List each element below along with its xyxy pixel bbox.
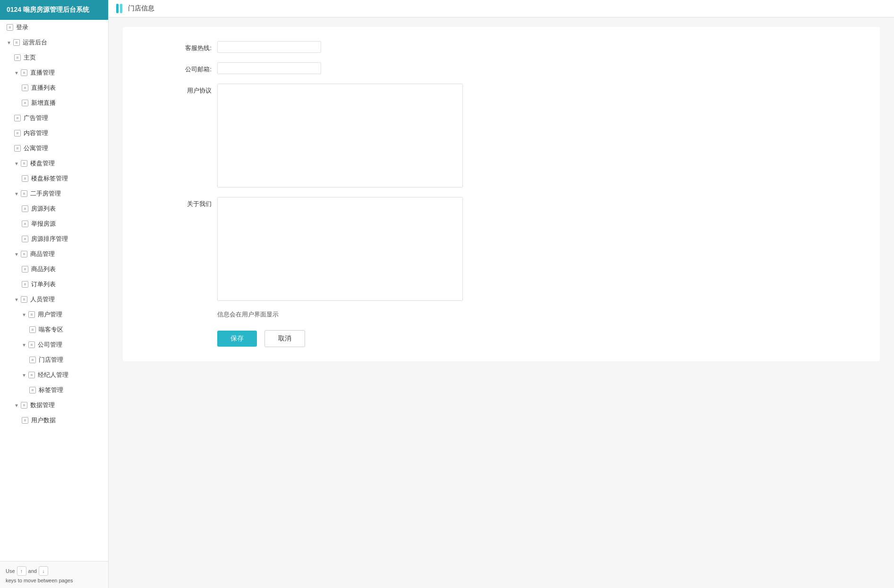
nav-icon: ≡	[14, 115, 21, 121]
sidebar-item-label: 用户数据	[31, 416, 56, 425]
arrow-icon: ▼	[14, 70, 19, 76]
arrow-icon: ▼	[14, 191, 19, 196]
nav-icon: ≡	[21, 190, 27, 197]
nav-icon: ≡	[28, 372, 35, 378]
nav-icon: ≡	[22, 175, 28, 182]
sidebar-item-store-mgmt[interactable]: ≡ 门店管理	[0, 352, 108, 367]
user-agreement-textarea[interactable]	[217, 84, 463, 187]
sidebar-item-label: 数据管理	[30, 401, 55, 409]
key-up-icon: ↑	[17, 566, 26, 576]
nav-icon: ≡	[14, 145, 21, 152]
sidebar-item-second-hand-mgmt[interactable]: ▼ ≡ 二手房管理	[0, 186, 108, 201]
sidebar-item-room-list[interactable]: ≡ 房源列表	[0, 201, 108, 216]
sidebar-item-home[interactable]: ≡ 主页	[0, 50, 108, 65]
sidebar-item-label: 订单列表	[31, 280, 56, 289]
footer-hint-and: and	[28, 568, 37, 574]
nav-icon: ≡	[22, 281, 28, 288]
sidebar-item-company-mgmt[interactable]: ▼ ≡ 公司管理	[0, 337, 108, 352]
nav-icon: ≡	[21, 160, 27, 167]
about-us-label: 关于我们	[161, 197, 217, 208]
sidebar-item-login[interactable]: ≡ 登录	[0, 20, 108, 35]
nav-icon: ≡	[22, 205, 28, 212]
sidebar-item-ngjia-zone[interactable]: ≡ 嗡客专区	[0, 322, 108, 337]
button-row: 保存 取消	[161, 330, 861, 347]
nav-icon: ≡	[13, 39, 20, 46]
nav-icon: ≡	[21, 251, 27, 257]
customer-hotline-label: 客服热线:	[161, 41, 217, 52]
about-us-textarea[interactable]	[217, 197, 463, 301]
sidebar-item-label: 新增直播	[31, 99, 56, 107]
arrow-icon: ▼	[14, 297, 19, 302]
nav-icon: ≡	[29, 357, 36, 363]
sidebar-item-user-mgmt[interactable]: ▼ ≡ 用户管理	[0, 307, 108, 322]
sidebar-item-add-live[interactable]: ≡ 新增直播	[0, 95, 108, 111]
sidebar-item-label: 公寓管理	[24, 144, 48, 153]
user-agreement-row: 用户协议	[161, 84, 861, 187]
sidebar-item-label: 登录	[16, 23, 28, 32]
company-email-row: 公司邮箱:	[161, 62, 861, 74]
main-area: 门店信息 客服热线: 公司邮箱: 用户协议 关于我们	[109, 0, 894, 588]
sidebar-item-ops-backend[interactable]: ▼ ≡ 运营后台	[0, 35, 108, 50]
sidebar-item-label: 二手房管理	[30, 189, 61, 198]
sidebar-item-live-mgmt[interactable]: ▼ ≡ 直播管理	[0, 65, 108, 80]
sidebar-item-label: 房源列表	[31, 205, 56, 213]
breadcrumb: 门店信息	[128, 4, 154, 13]
nav-icon: ≡	[21, 69, 27, 76]
sidebar-item-user-data[interactable]: ≡ 用户数据	[0, 413, 108, 428]
sidebar-item-room-sort-mgmt[interactable]: ≡ 房源排序管理	[0, 231, 108, 247]
sidebar-item-label: 直播列表	[31, 84, 56, 92]
arrow-icon: ▼	[14, 403, 19, 408]
sidebar-item-label: 经纪人管理	[38, 371, 68, 379]
app-title: 0124 嗡房房源管理后台系统	[0, 0, 108, 20]
info-hint: 信息会在用户界面显示	[161, 310, 861, 319]
sidebar-item-order-list[interactable]: ≡ 订单列表	[0, 277, 108, 292]
main-content: 客服热线: 公司邮箱: 用户协议 关于我们 信息会在用户界面显示	[109, 17, 894, 588]
nav-icon: ≡	[21, 296, 27, 303]
nav-icon: ≡	[22, 221, 28, 227]
cancel-button[interactable]: 取消	[264, 330, 305, 347]
sidebar-item-apartment-mgmt[interactable]: ≡ 公寓管理	[0, 141, 108, 156]
sidebar-item-label: 直播管理	[30, 68, 55, 77]
main-header: 门店信息	[109, 0, 894, 17]
arrow-icon: ▼	[22, 342, 26, 348]
sidebar-item-label: 公司管理	[38, 341, 62, 349]
footer-hint-keys: keys to move between pages	[6, 578, 73, 583]
sidebar-item-staff-mgmt[interactable]: ▼ ≡ 人员管理	[0, 292, 108, 307]
nav-icon: ≡	[7, 24, 13, 31]
nav-icon: ≡	[22, 236, 28, 242]
user-agreement-label: 用户协议	[161, 84, 217, 95]
save-button[interactable]: 保存	[217, 331, 257, 347]
sidebar-item-label: 举报房源	[31, 220, 56, 228]
nav-icon: ≡	[22, 266, 28, 273]
sidebar-item-building-tag-mgmt[interactable]: ≡ 楼盘标签管理	[0, 171, 108, 186]
sidebar-item-product-mgmt[interactable]: ▼ ≡ 商品管理	[0, 247, 108, 262]
sidebar-item-label: 广告管理	[24, 114, 48, 122]
sidebar-item-product-list[interactable]: ≡ 商品列表	[0, 262, 108, 277]
sidebar-item-label: 人员管理	[30, 295, 55, 304]
logo-bar-2	[120, 4, 122, 13]
company-email-label: 公司邮箱:	[161, 62, 217, 74]
arrow-icon: ▼	[22, 373, 26, 378]
sidebar-item-tag-mgmt[interactable]: ≡ 标签管理	[0, 383, 108, 398]
customer-hotline-input[interactable]	[217, 41, 321, 53]
sidebar-item-live-list[interactable]: ≡ 直播列表	[0, 80, 108, 95]
sidebar-item-ad-mgmt[interactable]: ≡ 广告管理	[0, 111, 108, 126]
key-down-icon: ↓	[39, 566, 48, 576]
form-section: 客服热线: 公司邮箱: 用户协议 关于我们 信息会在用户界面显示	[123, 27, 880, 361]
sidebar-item-label: 商品管理	[30, 250, 55, 258]
sidebar-item-building-mgmt[interactable]: ▼ ≡ 楼盘管理	[0, 156, 108, 171]
sidebar-item-label: 运营后台	[23, 38, 47, 47]
sidebar-item-data-mgmt[interactable]: ▼ ≡ 数据管理	[0, 398, 108, 413]
sidebar-item-agent-mgmt[interactable]: ▼ ≡ 经纪人管理	[0, 367, 108, 383]
about-us-row: 关于我们	[161, 197, 861, 301]
sidebar-item-report-room[interactable]: ≡ 举报房源	[0, 216, 108, 231]
sidebar-item-label: 房源排序管理	[31, 235, 68, 243]
company-email-input[interactable]	[217, 62, 321, 74]
sidebar-item-label: 楼盘标签管理	[31, 174, 68, 183]
sidebar-footer: Use ↑ and ↓ keys to move between pages	[0, 561, 108, 588]
sidebar-item-content-mgmt[interactable]: ≡ 内容管理	[0, 126, 108, 141]
arrow-icon: ▼	[14, 252, 19, 257]
nav-icon: ≡	[21, 402, 27, 409]
nav-icon: ≡	[14, 54, 21, 61]
sidebar: 0124 嗡房房源管理后台系统 ≡ 登录 ▼ ≡ 运营后台 ≡ 主页 ▼ ≡ 直…	[0, 0, 109, 588]
